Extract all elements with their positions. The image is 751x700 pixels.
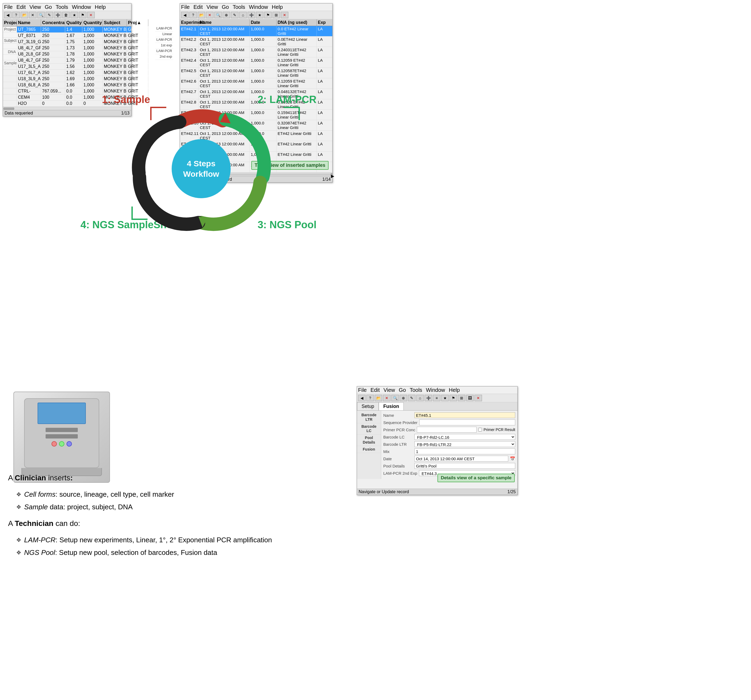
input-pool-details[interactable] bbox=[414, 463, 515, 469]
h-scrollbar-thumb-tl[interactable] bbox=[3, 108, 14, 110]
add-btn-tr[interactable]: ➕ bbox=[247, 12, 255, 18]
menu-window-br[interactable]: Window bbox=[426, 387, 445, 393]
open-btn[interactable]: 📂 bbox=[21, 12, 28, 18]
search-btn-tr[interactable]: 🔍 bbox=[214, 12, 222, 18]
menu-tools-tr[interactable]: Tools bbox=[233, 4, 245, 10]
menu-help[interactable]: Help bbox=[95, 4, 106, 10]
add-btn[interactable]: ➕ bbox=[54, 12, 62, 18]
cell-proj2: GRIT bbox=[127, 57, 148, 63]
home-btn-tr[interactable]: ⌂ bbox=[239, 12, 247, 18]
menu-edit-br[interactable]: Edit bbox=[371, 387, 380, 393]
zoom-btn-tr[interactable]: ⊕ bbox=[223, 12, 230, 18]
table-row[interactable]: U18_6L8_ARSA 250 1.66 1,000 MONKEY BRAIN… bbox=[3, 82, 131, 88]
technician-bold: Technician bbox=[15, 519, 53, 527]
table-row[interactable]: UT_7865 250 1.4 1,000 MONKEY BRAIN LV TR… bbox=[3, 26, 131, 33]
table-row[interactable]: U7_3L19_GFP 250 1.75 1,000 MONKEY BRAIN … bbox=[3, 39, 131, 45]
table-row-tr[interactable]: ET#42.4 Oct 1, 2013 12:00:00 AM CEST 1,0… bbox=[180, 57, 332, 68]
search-btn[interactable]: 🔍 bbox=[37, 12, 45, 18]
menu-help-br[interactable]: Help bbox=[449, 387, 460, 393]
help-btn-br[interactable]: ? bbox=[366, 395, 374, 401]
table-row-tr[interactable]: ET#42.1 Oct 1, 2013 12:00:00 AM CEST 1,0… bbox=[180, 26, 332, 37]
table-row[interactable]: U8_4L7_GFP 250 1.73 1,000 MONKEY BRAIN L… bbox=[3, 45, 131, 51]
machine-slot-1 bbox=[46, 428, 78, 432]
list-btn-br[interactable]: ≡ bbox=[433, 395, 440, 401]
help-btn[interactable]: ? bbox=[12, 12, 20, 18]
close2-btn-br[interactable]: ✕ bbox=[474, 395, 482, 401]
open-btn-tr[interactable]: 📂 bbox=[198, 12, 205, 18]
h-scrollbar-right-btn[interactable]: ▶ bbox=[331, 173, 332, 176]
menu-window-tr[interactable]: Window bbox=[249, 4, 268, 10]
menu-file[interactable]: File bbox=[4, 4, 12, 10]
layout-btn-tr[interactable]: ⊞ bbox=[272, 12, 280, 18]
edit-btn-tr[interactable]: ✎ bbox=[231, 12, 238, 18]
input-primer-pcr-conc[interactable] bbox=[417, 427, 477, 433]
layout-btn-br[interactable]: ⊞ bbox=[458, 395, 465, 401]
machine-body bbox=[24, 398, 99, 468]
edit-btn-br[interactable]: ✎ bbox=[408, 395, 416, 401]
nav-back-btn-tr[interactable]: ◀ bbox=[181, 12, 189, 18]
home-btn-br[interactable]: ⌂ bbox=[416, 395, 424, 401]
table-row-tr[interactable]: ET#42.2 Oct 1, 2013 12:00:00 AM CEST 1,0… bbox=[180, 37, 332, 47]
edit-btn[interactable]: ✎ bbox=[46, 12, 53, 18]
machine-screen bbox=[37, 403, 86, 424]
input-mix[interactable] bbox=[414, 448, 515, 454]
delete-btn[interactable]: 🗑 bbox=[62, 12, 70, 18]
close-btn[interactable]: ✕ bbox=[87, 12, 95, 18]
close2-btn-tr[interactable]: ✕ bbox=[281, 12, 288, 18]
menu-go-tr[interactable]: Go bbox=[222, 4, 229, 10]
table-row[interactable]: U18_3L9_ARSA 250 1.69 1,000 MONKEY BRAIN… bbox=[3, 76, 131, 82]
menu-tools[interactable]: Tools bbox=[56, 4, 68, 10]
cell-project bbox=[3, 100, 17, 107]
menu-window[interactable]: Window bbox=[72, 4, 91, 10]
select-barcode-lc[interactable]: FB-P7-Rd2-LC.16 bbox=[414, 434, 515, 440]
menu-view[interactable]: View bbox=[29, 4, 41, 10]
table-row[interactable]: U17_3L5_ARSA 250 1.56 1,000 MONKEY BRAIN… bbox=[3, 63, 131, 70]
table-row-tr[interactable]: ET#42.6 Oct 1, 2013 12:00:00 AM CEST 1,0… bbox=[180, 78, 332, 89]
rl-empty3 bbox=[3, 55, 17, 60]
table-row[interactable]: U8_4L7_GFP 250 1.79 1,000 MONKEY BRAIN L… bbox=[3, 57, 131, 63]
save-btn[interactable]: ✕ bbox=[29, 12, 37, 18]
table-row-tr[interactable]: ET#42.5 Oct 1, 2013 12:00:00 AM CEST 1,0… bbox=[180, 68, 332, 78]
close-btn-tr[interactable]: ✕ bbox=[206, 12, 213, 18]
menu-help-tr[interactable]: Help bbox=[272, 4, 283, 10]
tab-fusion[interactable]: Fusion bbox=[379, 402, 404, 410]
flag-btn[interactable]: ⚑ bbox=[79, 12, 87, 18]
ngs-pool-italic: NGS Pool bbox=[24, 549, 55, 556]
exp-label-2nd: 2nd exp bbox=[155, 54, 173, 60]
cell-barcode: 0.0 ET#42 Linear Gritti bbox=[277, 26, 317, 36]
calendar-icon[interactable]: 📅 bbox=[510, 456, 515, 461]
add-btn-br[interactable]: ➕ bbox=[425, 395, 432, 401]
menu-file-tr[interactable]: File bbox=[181, 4, 190, 10]
select-barcode-ltr[interactable]: FB-P5-Rd1-LTR.22 bbox=[414, 441, 515, 447]
img-btn-br[interactable]: 🖼 bbox=[466, 395, 474, 401]
menu-edit-tr[interactable]: Edit bbox=[193, 4, 202, 10]
menu-file-br[interactable]: File bbox=[358, 387, 367, 393]
nav-back-btn[interactable]: ◀ bbox=[4, 12, 12, 18]
table-row[interactable]: UT_8371 250 1.67 1,000 MONKEY BRAIN LV T… bbox=[3, 33, 131, 39]
flag-btn-br[interactable]: ⚑ bbox=[450, 395, 457, 401]
help-btn-tr[interactable]: ? bbox=[189, 12, 197, 18]
menu-tools-br[interactable]: Tools bbox=[409, 387, 422, 393]
star-btn-br[interactable]: ★ bbox=[441, 395, 449, 401]
menu-go[interactable]: Go bbox=[45, 4, 52, 10]
star-btn[interactable]: ★ bbox=[71, 12, 78, 18]
menu-view-br[interactable]: View bbox=[383, 387, 395, 393]
checkbox-primer-pcr-result[interactable] bbox=[478, 428, 482, 431]
open-btn-br[interactable]: 📂 bbox=[375, 395, 382, 401]
menu-go-br[interactable]: Go bbox=[399, 387, 406, 393]
menu-edit[interactable]: Edit bbox=[16, 4, 25, 10]
menu-view-tr[interactable]: View bbox=[207, 4, 218, 10]
zoom-btn-br[interactable]: ⊕ bbox=[400, 395, 407, 401]
input-seq-provider[interactable] bbox=[419, 419, 515, 425]
input-date[interactable] bbox=[414, 456, 508, 462]
close-btn-br[interactable]: ✕ bbox=[383, 395, 391, 401]
table-row[interactable]: U8_2L8_GFP 250 1.78 1,000 MONKEY BRAIN L… bbox=[3, 51, 131, 57]
back-btn-br[interactable]: ◀ bbox=[358, 395, 366, 401]
input-name[interactable] bbox=[414, 412, 515, 418]
tab-setup[interactable]: Setup bbox=[357, 402, 379, 410]
table-row[interactable]: U17_6L7_ARSA 250 1.62 1,000 MONKEY BRAIN… bbox=[3, 70, 131, 76]
star-btn-tr[interactable]: ★ bbox=[256, 12, 263, 18]
search-btn-br[interactable]: 🔍 bbox=[391, 395, 399, 401]
table-row-tr[interactable]: ET#42.3 Oct 1, 2013 12:00:00 AM CEST 1,0… bbox=[180, 47, 332, 57]
flag-btn-tr[interactable]: ⚑ bbox=[264, 12, 272, 18]
